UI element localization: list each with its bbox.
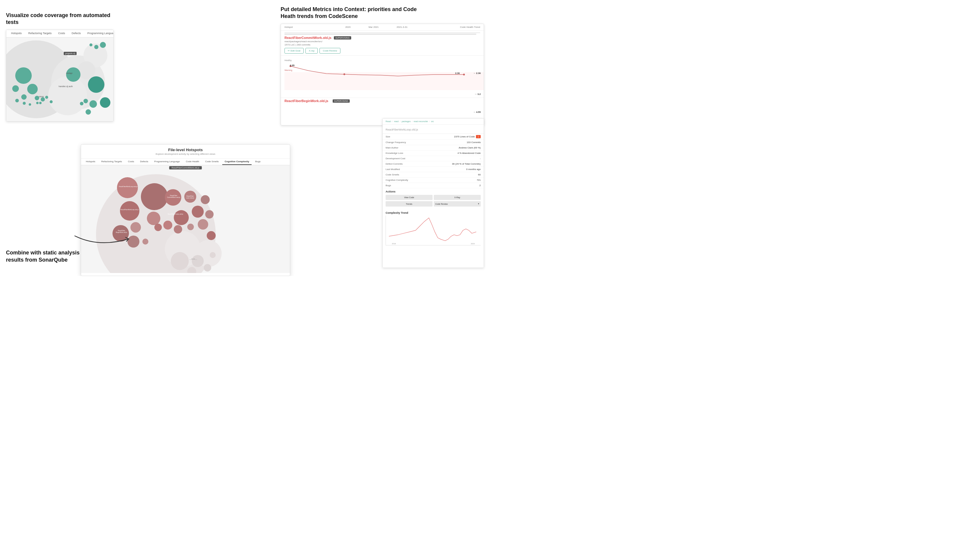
metrics-header: Hotspot 2020 Mar 2021 2021-3-31 Code Hea…: [281, 24, 484, 30]
bubble-fiber-old: [201, 195, 210, 204]
code-review-button-2[interactable]: Code Review ▾: [434, 201, 481, 207]
details-row-size: Size 2375 Lines of Code 1: [383, 134, 484, 140]
tab-prog-lang[interactable]: Programming Language: [85, 30, 114, 37]
tab-cognitive-complexity[interactable]: Cognitive Complexity: [222, 159, 251, 165]
label-commitwork-new: ReactFiber​CommitWork.new.js: [165, 195, 182, 198]
size-label: Size: [386, 135, 390, 138]
label-workloop-old: ReactFiberWorkLoop.old.js: [121, 209, 138, 211]
bubble-workloop-new: [117, 177, 138, 198]
tab-costs[interactable]: Costs: [56, 30, 67, 37]
complexity-title: Complexity Trend: [386, 211, 481, 214]
file1-meta: 1573 LoC | 283 commits: [285, 43, 480, 46]
bc-react2[interactable]: react: [394, 120, 399, 123]
bubble-4: [21, 94, 27, 100]
details-row-knowledge-loss: Knowledge Loss 4 % Abandoned Code: [383, 151, 484, 156]
tab-refactoring[interactable]: Refactoring Targets: [26, 30, 54, 37]
size-rank-badge: 1: [476, 135, 481, 138]
dropdown-arrow: ▾: [478, 203, 479, 205]
xray-button-2[interactable]: X-Ray: [434, 195, 481, 200]
trend-v3: → 2.36: [473, 72, 481, 75]
bubble-12: [50, 100, 52, 103]
label-handler: handler.clj auth: [59, 85, 73, 88]
active-file-badge: ReactFiberCommitWork.old.js: [169, 166, 202, 169]
timeline-labels: 2020 Mar 2021 2021-3-31: [345, 26, 407, 29]
xray-button[interactable]: X-ray: [305, 48, 318, 54]
tab-defects[interactable]: Defects: [69, 30, 83, 37]
trends-button[interactable]: Trends: [386, 201, 433, 207]
trend-v4: → 3.2: [474, 93, 481, 96]
label-tests: __tests__: [181, 258, 205, 260]
view-code-button[interactable]: View Code: [386, 195, 433, 200]
bc-packages[interactable]: packages: [402, 120, 411, 123]
bc-src[interactable]: src: [431, 120, 434, 123]
action-grid-1: View Code X-Ray: [386, 195, 481, 200]
bubble-tests-2: [192, 255, 204, 267]
cognitive-label: Cognitive Complexity: [386, 179, 408, 182]
file1-name: ReactFiberCommitWork.old.js: [285, 36, 331, 40]
coverage-tab-bar: Hotspots Refactoring Targets Costs Defec…: [6, 30, 113, 37]
bubble-9: [36, 102, 38, 104]
hotspot-label: Hotspot: [285, 26, 293, 29]
visualize-title: Visualize code coverage from automated t…: [6, 12, 114, 26]
label-projects: projects.clj: [64, 52, 76, 55]
bubble-13: [39, 102, 41, 104]
label-hooks-old: ReactFiber​Hooks.old.js: [167, 213, 184, 215]
bugs-label: Bugs: [386, 184, 391, 187]
bubble-2: [27, 84, 38, 94]
hotspots-title: File-level Hotspots: [84, 148, 287, 152]
code-health-trend-label: Code Health Trend: [460, 26, 480, 29]
cognitive-value: 721: [477, 179, 481, 182]
sonarqube-arrow: [69, 230, 159, 249]
tab-prog-lang-2[interactable]: Programming Language: [152, 159, 182, 165]
bubble-tr-2: [94, 45, 99, 49]
bubble-tr-1: [100, 42, 106, 48]
complexity-svg: [386, 215, 481, 245]
bubble-tests-5: [210, 252, 216, 258]
edit-goal-button[interactable]: ✏ Edit Goal: [285, 48, 304, 54]
hotspots-header: File-level Hotspots Explore development …: [81, 145, 290, 159]
file1-name-row: ReactFiberCommitWork.old.js SUPERVISING: [285, 36, 480, 40]
code-review-button[interactable]: Code Review: [320, 48, 340, 54]
bugs-value: 2: [479, 184, 481, 187]
size-value-group: 2375 Lines of Code 1: [454, 135, 481, 138]
file-card-2: ReactFiberBeginWork.old.js SUPERVISING: [281, 97, 484, 104]
tab-hotspots-2[interactable]: Hotspots: [83, 159, 98, 165]
tab-refactoring-2[interactable]: Refactoring Targets: [99, 159, 124, 165]
bc-reconciler[interactable]: react-reconciler: [414, 120, 428, 123]
trend-chart-area: Healthy Warning 2.95 2.36 → 2.36: [281, 56, 484, 97]
tab-bugs[interactable]: Bugs: [253, 159, 263, 165]
tab-code-smells[interactable]: Code Smells: [203, 159, 221, 165]
knowledge-loss-label: Knowledge Loss: [386, 152, 403, 155]
bubble-newcontext: [147, 212, 160, 225]
hotspots-bubbles: ReactFiberWorkLoop.new.js ReactFiberWork…: [81, 165, 290, 273]
file2-badge: SUPERVISING: [332, 99, 350, 103]
bubble-strict-mode: [187, 223, 194, 230]
main-bubble-commitwork[interactable]: [141, 183, 168, 210]
bubble-class-component-new: [207, 231, 216, 240]
label-workloop-new: ReactFiberWorkLoop.new.js: [118, 186, 138, 187]
panel-metrics: Put detailed Metrics into Context: prior…: [281, 6, 484, 125]
tab-hotspots[interactable]: Hotspots: [9, 30, 24, 37]
bg-circle-3: [48, 77, 87, 115]
file2-name: ReactFiberBeginWork.old.js: [285, 99, 328, 103]
page: Visualize code coverage from automated t…: [0, 0, 490, 276]
year-mar2021: Mar 2021: [369, 26, 379, 29]
bc-react[interactable]: React: [386, 120, 391, 123]
bubble-right-3: [89, 100, 97, 108]
tab-costs-2[interactable]: Costs: [126, 159, 137, 165]
last-modified-label: Last Modified: [386, 168, 400, 171]
hotspots-tab-bar: Hotspots Refactoring Targets Costs Defec…: [81, 159, 290, 165]
tab-code-health[interactable]: Code Health: [183, 159, 201, 165]
bubble-1: [15, 67, 32, 84]
complexity-section: Complexity Trend 2018 2020: [383, 209, 484, 247]
bubble-11: [45, 96, 48, 99]
panel-static-analysis: Combine with static analysis results fro…: [6, 249, 81, 267]
main-author-label: Main Author: [386, 147, 398, 149]
coverage-screenshot: Hotspots Refactoring Targets Costs Defec…: [6, 30, 114, 121]
details-row-defect-commits: Defect Commits 39 (29 % of Total Commits…: [383, 161, 484, 167]
tab-defects-2[interactable]: Defects: [138, 159, 151, 165]
label-views: views: [38, 96, 44, 97]
bubble-6: [15, 99, 19, 102]
details-file-label: ReactFiberWorkLoop.old.js: [386, 128, 418, 131]
details-row-cognitive: Cognitive Complexity 721: [383, 177, 484, 183]
